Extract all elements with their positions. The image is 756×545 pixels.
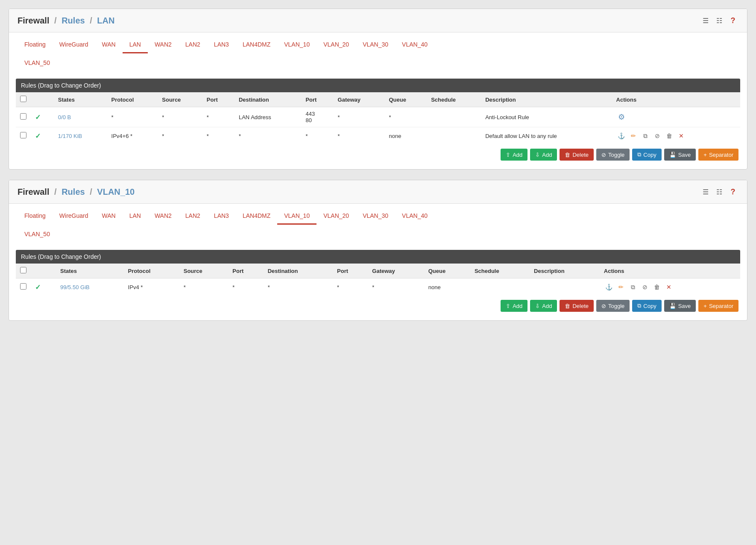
copy-icon: ⧉ — [637, 151, 641, 158]
add-above-button[interactable]: ⇧ Add — [501, 149, 527, 161]
toggle-button[interactable]: ⊘ Toggle — [596, 149, 630, 161]
toolbar: ⇧ Add ⇩ Add 🗑 Delete ⊘ Toggle — [16, 296, 740, 314]
col-port: Port — [228, 264, 263, 278]
remove-icon[interactable]: ✕ — [664, 282, 674, 292]
delete-icon[interactable]: 🗑 — [664, 131, 674, 141]
row-checkbox[interactable] — [20, 113, 26, 120]
select-all-checkbox[interactable] — [20, 267, 26, 273]
tab-vlan_10[interactable]: VLAN_10 — [277, 37, 316, 53]
row-description: Anti-Lockout Rule — [481, 107, 612, 127]
breadcrumb-rules-link[interactable]: Rules — [62, 187, 85, 196]
add-below-button[interactable]: ⇩ Add — [530, 300, 557, 312]
select-all-checkbox[interactable] — [20, 96, 26, 102]
copy-button[interactable]: ⧉ Copy — [632, 300, 661, 312]
row-gateway: * — [334, 107, 385, 127]
list-icon[interactable]: ☰ — [700, 186, 711, 197]
tab-vlan_30[interactable]: VLAN_30 — [356, 37, 395, 53]
separator-button[interactable]: + Separator — [698, 300, 738, 312]
edit-icon[interactable]: ✏ — [628, 131, 639, 141]
delete-button[interactable]: 🗑 Delete — [560, 300, 594, 312]
save-icon: 💾 — [669, 303, 676, 309]
tab-vlan_30[interactable]: VLAN_30 — [356, 208, 395, 225]
states-link[interactable]: 1/170 KiB — [58, 133, 82, 139]
tab-vlan_40[interactable]: VLAN_40 — [395, 37, 434, 53]
col-actions: Actions — [612, 92, 740, 107]
table-icon[interactable]: ☷ — [714, 186, 725, 197]
list-icon[interactable]: ☰ — [700, 15, 711, 26]
delete-icon[interactable]: 🗑 — [652, 282, 662, 292]
tab-vlan_40[interactable]: VLAN_40 — [395, 208, 434, 225]
states-link[interactable]: 99/5.50 GiB — [60, 284, 90, 290]
delete-button[interactable]: 🗑 Delete — [560, 149, 594, 161]
col-schedule: Schedule — [470, 264, 530, 278]
tab-lan4dmz[interactable]: LAN4DMZ — [236, 208, 277, 225]
tab-lan3[interactable]: LAN3 — [207, 208, 236, 225]
tab-lan3[interactable]: LAN3 — [207, 37, 236, 53]
remove-icon[interactable]: ✕ — [676, 131, 686, 141]
table-icon[interactable]: ☷ — [714, 15, 725, 26]
add-above-button[interactable]: ⇧ Add — [501, 300, 527, 312]
col-source: Source — [158, 92, 202, 107]
copy2-icon[interactable]: ⧉ — [640, 131, 651, 141]
tab-wan[interactable]: WAN — [95, 37, 123, 53]
enabled-check: ✓ — [35, 114, 41, 121]
anchor-icon[interactable]: ⚓ — [604, 282, 614, 292]
row-gateway: * — [368, 278, 424, 296]
row-port: * — [228, 278, 263, 296]
add-below-icon: ⇩ — [535, 152, 540, 158]
add-above-icon: ⇧ — [506, 152, 510, 158]
tab-lan2[interactable]: LAN2 — [179, 37, 207, 53]
save-button[interactable]: 💾 Save — [664, 149, 696, 161]
tab-wireguard[interactable]: WireGuard — [53, 37, 95, 53]
separator-button[interactable]: + Separator — [698, 149, 738, 161]
tab-wan[interactable]: WAN — [95, 208, 123, 225]
tabs-row2: VLAN_50 — [9, 55, 747, 73]
tab-vlan_50[interactable]: VLAN_50 — [18, 55, 57, 72]
copy-button[interactable]: ⧉ Copy — [632, 149, 661, 161]
save-button[interactable]: 💾 Save — [664, 300, 696, 312]
firewall-panel-0: Firewall / Rules / LAN ☰ ☷ ? FloatingWir… — [9, 9, 747, 170]
row-checkbox[interactable] — [20, 132, 26, 138]
tab-floating[interactable]: Floating — [18, 37, 53, 53]
copy2-icon[interactable]: ⧉ — [628, 282, 638, 292]
col-actions: Actions — [600, 264, 740, 278]
tab-floating[interactable]: Floating — [18, 208, 53, 225]
tab-vlan_20[interactable]: VLAN_20 — [316, 208, 356, 225]
states-link[interactable]: 0/0 B — [58, 114, 71, 120]
tab-lan[interactable]: LAN — [123, 208, 148, 225]
col-states: States — [54, 92, 107, 107]
row-actions: ⚓✏⧉⊘🗑✕ — [612, 127, 740, 145]
tab-wireguard[interactable]: WireGuard — [53, 208, 95, 225]
row-checkbox-cell — [16, 278, 31, 296]
toggle-button[interactable]: ⊘ Toggle — [596, 300, 630, 312]
toggle-icon[interactable]: ⊘ — [640, 282, 650, 292]
breadcrumb-rules-link[interactable]: Rules — [62, 16, 85, 25]
row-dest-port: 44380 — [301, 107, 333, 127]
tab-lan[interactable]: LAN — [123, 37, 148, 53]
toggle-icon[interactable]: ⊘ — [652, 131, 662, 141]
col-queue: Queue — [424, 264, 470, 278]
rules-table: States Protocol Source Port Destination … — [16, 264, 740, 296]
add-below-icon: ⇩ — [535, 303, 540, 309]
col-queue: Queue — [385, 92, 427, 107]
help-icon[interactable]: ? — [727, 15, 738, 26]
row-dest-port: * — [301, 127, 333, 145]
anchor-icon[interactable]: ⚓ — [616, 131, 627, 141]
row-enabled: ✓ — [31, 127, 54, 145]
edit-icon[interactable]: ✏ — [616, 282, 626, 292]
tab-vlan_10[interactable]: VLAN_10 — [277, 208, 316, 225]
row-actions: ⚙ — [612, 107, 740, 127]
separator-icon: + — [703, 152, 707, 158]
add-below-button[interactable]: ⇩ Add — [530, 149, 557, 161]
tab-wan2[interactable]: WAN2 — [148, 37, 179, 53]
row-checkbox-cell — [16, 127, 31, 145]
tab-wan2[interactable]: WAN2 — [148, 208, 179, 225]
help-icon[interactable]: ? — [727, 186, 738, 197]
gear-icon[interactable]: ⚙ — [616, 112, 627, 122]
col-checkbox — [16, 264, 31, 278]
tab-lan4dmz[interactable]: LAN4DMZ — [236, 37, 277, 53]
tab-vlan_20[interactable]: VLAN_20 — [316, 37, 356, 53]
tab-vlan_50[interactable]: VLAN_50 — [18, 226, 57, 243]
row-checkbox[interactable] — [20, 283, 26, 290]
tab-lan2[interactable]: LAN2 — [179, 208, 207, 225]
